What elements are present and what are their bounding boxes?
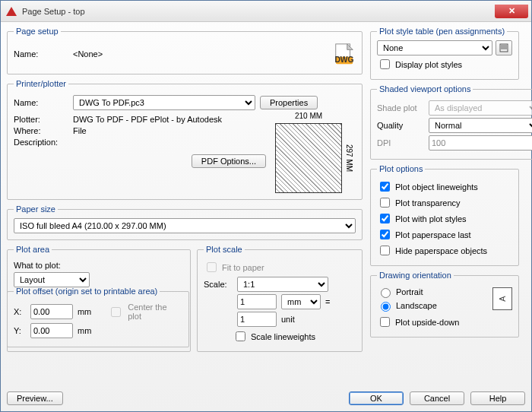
help-button[interactable]: Help [470,391,525,405]
landscape-label: Landscape [396,301,437,310]
shade-plot-label: Shade plot [377,103,424,113]
drawing-orientation-legend: Drawing orientation [377,271,454,280]
dpi-label: DPI [377,138,424,147]
ok-button[interactable]: OK [349,391,404,405]
display-plot-styles-checkbox[interactable] [380,59,390,69]
shaded-viewport-legend: Shaded viewport options [377,84,473,93]
scale-unit-select[interactable]: mm [281,294,321,309]
dpi-input [429,135,532,151]
scale-select[interactable]: 1:1 [237,277,328,292]
paper-width-label: 210 MM [276,112,341,120]
plot-scale-legend: Plot scale [204,245,245,254]
shade-plot-select: As displayed [429,100,532,116]
fit-to-paper-checkbox [207,262,217,272]
properties-button[interactable]: Properties [260,96,318,109]
description-label: Description: [14,138,68,147]
cancel-button[interactable]: Cancel [410,391,464,405]
printer-plotter-legend: Printer/plotter [14,79,68,88]
svg-marker-0 [6,7,17,16]
orientation-icon: A [492,287,512,310]
plot-with-styles-checkbox[interactable] [380,214,390,223]
page-setup-name-value: <None> [73,49,328,59]
app-logo-icon [5,5,17,17]
plot-upside-down-checkbox[interactable] [380,317,390,327]
paper-height-label: 297 MM [345,124,353,192]
plot-transparency-checkbox[interactable] [380,198,390,208]
plot-style-edit-button[interactable] [496,40,512,55]
drawing-orientation-group: Drawing orientation Portrait Landscape A… [370,271,519,338]
paper-size-group: Paper size ISO full bleed A4 (210.00 x 2… [7,204,363,240]
hide-paperspace-label: Hide paperspace objects [395,246,487,255]
scale-lineweights-label: Scale lineweights [251,332,315,341]
page-setup-group: Page setup Name: <None> DWG [7,27,363,74]
equals-label: = [325,297,330,306]
what-to-plot-select[interactable]: Layout [14,272,90,287]
page-setup-name-label: Name: [14,49,68,59]
quality-select[interactable]: Normal [429,118,532,133]
plot-transparency-label: Plot transparency [395,198,461,208]
plot-offset-group: Plot offset (origin set to printable are… [7,287,189,347]
y-label: Y: [14,326,26,335]
plot-paperspace-last-checkbox[interactable] [380,230,390,239]
edit-icon [499,43,508,52]
dwg-icon: DWG [333,43,356,65]
plot-style-table-group: Plot style table (pen assignments) None … [370,27,519,80]
close-button[interactable]: ✕ [495,5,528,18]
printer-name-label: Name: [14,98,68,107]
where-label: Where: [14,126,68,135]
plot-offset-legend: Plot offset (origin set to printable are… [14,287,160,296]
scale-numerator-input[interactable] [237,294,277,309]
plot-lineweights-checkbox[interactable] [380,182,390,192]
paper-size-legend: Paper size [14,204,58,214]
display-plot-styles-label: Display plot styles [395,60,462,69]
unit-label: unit [281,315,295,324]
shaded-viewport-group: Shaded viewport options Shade plot As di… [370,84,532,160]
plot-lineweights-label: Plot object lineweights [395,182,478,192]
svg-text:DWG: DWG [334,55,353,64]
paper-size-select[interactable]: ISO full bleed A4 (210.00 x 297.00 MM) [14,218,356,233]
page-setup-dialog: Page Setup - top ✕ Page setup Name: <Non… [0,0,532,412]
plotter-label: Plotter: [14,115,68,124]
where-value: File [73,126,87,135]
quality-label: Quality [377,121,424,130]
what-to-plot-label: What to plot: [14,261,61,270]
scale-label: Scale: [204,280,233,289]
plot-style-select[interactable]: None [377,40,492,55]
center-plot-label: Center the plot [128,303,182,321]
y-unit: mm [78,326,91,335]
paper-preview: 210 MM 297 MM [275,123,342,193]
scale-denominator-input[interactable] [237,312,277,327]
portrait-label: Portrait [396,287,423,296]
pdf-options-button[interactable]: PDF Options... [192,154,266,168]
x-input[interactable] [30,304,73,319]
printer-plotter-group: Printer/plotter Name: DWG To PDF.pc3 Pro… [7,79,363,200]
plotter-value: DWG To PDF - PDF ePlot - by Autodesk [73,115,222,124]
plot-upside-down-label: Plot upside-down [395,318,459,327]
plot-options-group: Plot options Plot object lineweights Plo… [370,164,519,266]
plot-area-legend: Plot area [14,245,52,254]
title-bar: Page Setup - top ✕ [1,1,531,22]
scale-lineweights-checkbox[interactable] [236,331,245,341]
page-setup-legend: Page setup [14,27,61,36]
plot-scale-group: Plot scale Fit to paper Scale: 1:1 mm = [197,245,363,352]
fit-to-paper-label: Fit to paper [222,263,264,272]
plot-style-table-legend: Plot style table (pen assignments) [377,27,507,36]
plot-with-styles-label: Plot with plot styles [395,214,467,223]
printer-name-select[interactable]: DWG To PDF.pc3 [73,95,255,110]
portrait-radio[interactable] [381,288,391,298]
center-plot-checkbox [111,307,121,317]
x-unit: mm [78,307,91,316]
plot-paperspace-last-label: Plot paperspace last [395,230,471,239]
dialog-footer: Preview... OK Cancel Help [7,391,525,405]
preview-button[interactable]: Preview... [7,391,63,405]
window-title: Page Setup - top [22,7,495,16]
hide-paperspace-checkbox[interactable] [380,246,390,255]
landscape-radio[interactable] [381,302,391,312]
plot-options-legend: Plot options [377,164,425,173]
y-input[interactable] [30,323,73,338]
x-label: X: [14,307,26,316]
